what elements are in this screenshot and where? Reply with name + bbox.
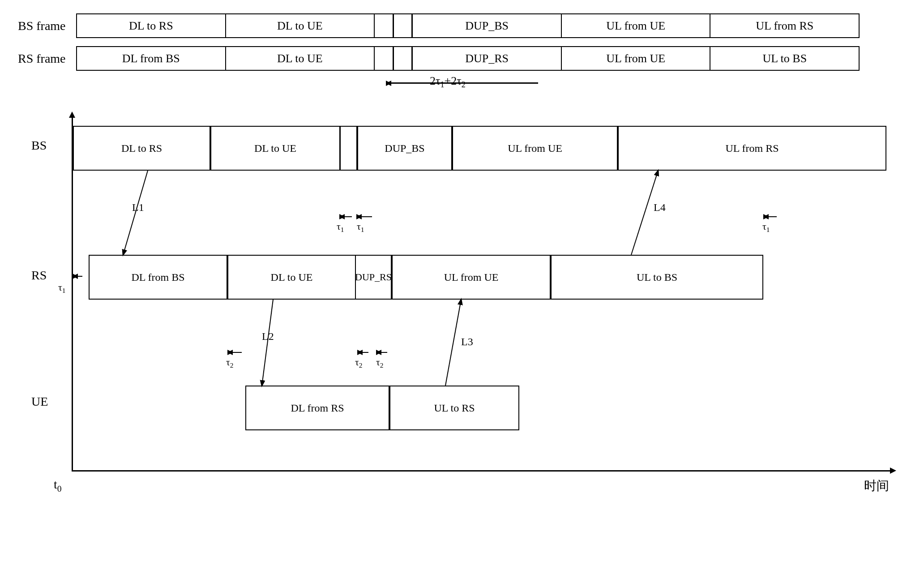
tau1-dup-right-arrowhead-right [356, 214, 362, 219]
bs-seg-dlrs: DL to RS [77, 14, 226, 37]
rs-block-dlue: DL to UE [227, 255, 356, 300]
tau1-bs-arrow [73, 276, 82, 277]
rs-block-ulbs: UL to BS [551, 255, 763, 300]
tau-label: 2τ1+2τ2 [430, 74, 466, 90]
ue-row-label: UE [31, 394, 48, 409]
bs-block-dupbs: DUP_BS [358, 126, 452, 171]
rs-frame-row: RS frame DL from BS DL to UE DUP_RS UL f… [18, 46, 913, 71]
rs-frame-segments: DL from BS DL to UE DUP_RS UL from UE UL… [76, 46, 860, 71]
tau1-right-arrowhead-right [763, 214, 769, 219]
l4-label: L4 [654, 202, 666, 213]
rs-seg-dlue: DL to UE [226, 47, 375, 70]
rs-seg-dlbs: DL from BS [77, 47, 226, 70]
bs-row-label: BS [31, 138, 47, 153]
bs-sep1 [375, 14, 393, 37]
tau2-dup-right-arrowhead-right [376, 350, 381, 355]
tau1-bs-label: τ1 [58, 282, 66, 295]
l3-arrow-line [445, 300, 461, 386]
tau2-left-arrowhead-right [227, 350, 233, 355]
rs-seg-ulbs: UL to BS [710, 47, 859, 70]
tau1-dup-right-arrow [356, 216, 372, 217]
tau1-bs-arrowhead-right [73, 274, 78, 279]
tau2-dup-left-arrow [357, 352, 368, 353]
l1-label: L1 [132, 202, 144, 213]
rs-seg-ulue: UL from UE [562, 47, 711, 70]
l4-arrow-line [631, 171, 658, 255]
bs-frame-label: BS frame [18, 19, 76, 33]
tau1-dup-left-label: τ1 [337, 221, 344, 234]
rs-frame-label: RS frame [18, 51, 76, 66]
tau1-right-label: τ1 [762, 221, 770, 234]
bs-seg-ulue: UL from UE [562, 14, 711, 37]
l1-arrow-line [123, 171, 148, 255]
bs-block-ulrs: UL from RS [618, 126, 886, 171]
ue-block-dlrs: DL from RS [245, 386, 389, 430]
tau1-dup-left-arrowhead-right [339, 214, 345, 219]
tau1-dup-left-arrow [339, 216, 352, 217]
rs-block-dlbs: DL from BS [89, 255, 227, 300]
bs-dup-line2 [356, 126, 358, 171]
bs-block-dlue: DL to UE [210, 126, 340, 171]
timing-area: BS RS UE t0 时间 DL to RS DL to UE DUP_BS … [18, 117, 891, 497]
diagram-container: BS frame DL to RS DL to UE DUP_BS UL fro… [18, 13, 913, 551]
tau2-left-label: τ2 [226, 356, 234, 369]
tau1-dup-right-label: τ1 [357, 221, 364, 234]
t0-label: t0 [54, 477, 62, 494]
l2-arrow-line [262, 300, 273, 386]
bs-block-ulue: UL from UE [452, 126, 618, 171]
l3-label: L3 [461, 336, 473, 347]
bs-dup-line1 [339, 126, 341, 171]
bs-dup-gap [340, 126, 358, 171]
bs-seg-dlue: DL to UE [226, 14, 375, 37]
tau2-dup-right-label: τ2 [376, 356, 384, 369]
tau2-left-arrow [227, 352, 242, 353]
rs-sep2 [393, 47, 413, 70]
rs-seg-duprs: DUP_RS [413, 47, 562, 70]
tau-arrow-right [386, 81, 391, 86]
rs-block-ulue: UL from UE [392, 255, 551, 300]
tau2-dup-left-arrowhead-right [357, 350, 363, 355]
rs-block-duprs: DUP_RS [356, 255, 392, 300]
tau2-dup-left-label: τ2 [355, 356, 363, 369]
bs-frame-row: BS frame DL to RS DL to UE DUP_BS UL fro… [18, 13, 913, 38]
bs-sep2 [393, 14, 413, 37]
horizontal-axis [72, 470, 891, 472]
bs-block-dlrs: DL to RS [73, 126, 210, 171]
l2-label: L2 [262, 330, 274, 342]
tau2-dup-right-arrow [376, 352, 387, 353]
rs-sep1 [375, 47, 393, 70]
bs-frame-segments: DL to RS DL to UE DUP_BS UL from UE UL f… [76, 13, 860, 38]
rs-row-label: RS [31, 268, 47, 283]
bs-seg-dupbs: DUP_BS [413, 14, 562, 37]
tau1-right-arrow [763, 216, 777, 217]
bs-seg-ulrs: UL from RS [710, 14, 859, 37]
ue-block-ulrs: UL to RS [389, 386, 519, 430]
tau-arrow-row: 2τ1+2τ2 [76, 79, 860, 101]
time-label: 时间 [864, 477, 889, 494]
